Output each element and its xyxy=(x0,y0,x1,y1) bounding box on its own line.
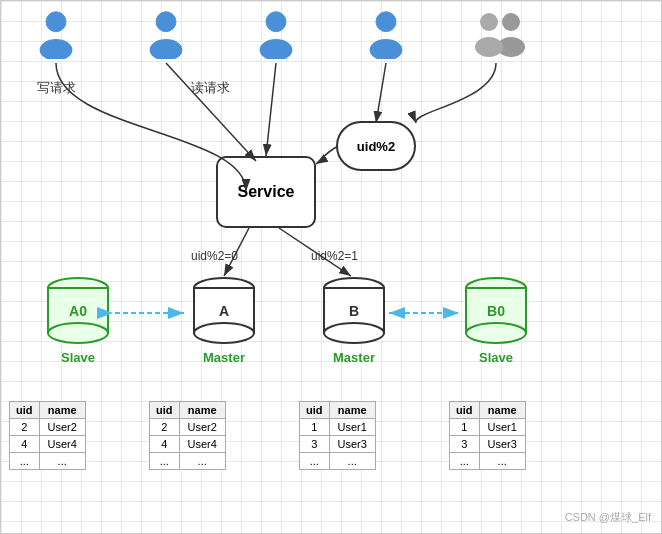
diagram-content: 写请求 读请求 uid%2 Service uid%2=0 uid%2=1 A … xyxy=(1,1,661,533)
svg-point-5 xyxy=(260,39,293,59)
user-icon-3 xyxy=(251,9,301,59)
a-slave-label: Slave xyxy=(61,350,95,365)
svg-point-7 xyxy=(370,39,403,59)
main-diagram: 写请求 读请求 uid%2 Service uid%2=0 uid%2=1 A … xyxy=(0,0,662,534)
table-row: ...... xyxy=(150,453,226,470)
table-a-slave-col-uid: uid xyxy=(10,402,40,419)
db-b-slave: B0 Slave xyxy=(461,276,531,365)
db-a-slave: A0 Slave xyxy=(43,276,113,365)
svg-point-0 xyxy=(46,12,66,32)
table-row: 1User1 xyxy=(450,419,526,436)
b-master-label: Master xyxy=(333,350,375,365)
user-icon-2 xyxy=(141,9,191,59)
write-request-label: 写请求 xyxy=(37,79,76,97)
table-a-slave-col-name: name xyxy=(39,402,85,419)
svg-point-26 xyxy=(466,323,526,343)
table-row: ...... xyxy=(450,453,526,470)
uid-mod-bubble: uid%2 xyxy=(336,121,416,171)
table-row: 4User4 xyxy=(10,436,86,453)
user-icon-4 xyxy=(361,9,411,59)
table-b-slave: uid name 1User1 3User3 ...... xyxy=(449,401,526,470)
svg-point-11 xyxy=(475,37,503,57)
svg-point-2 xyxy=(156,12,176,32)
table-b-master-col-name: name xyxy=(329,402,375,419)
svg-point-4 xyxy=(266,12,286,32)
watermark: CSDN @煤球_Elf xyxy=(565,510,651,525)
table-row: ...... xyxy=(300,453,376,470)
table-row: 3User3 xyxy=(450,436,526,453)
table-row: 2User2 xyxy=(10,419,86,436)
table-row: ...... xyxy=(10,453,86,470)
db-a-master: A Master xyxy=(189,276,259,365)
table-b-master-col-uid: uid xyxy=(300,402,330,419)
service-label: Service xyxy=(238,183,295,201)
table-a-master: uid name 2User2 4User4 ...... xyxy=(149,401,226,470)
svg-text:B0: B0 xyxy=(487,303,505,319)
uid-mod-1-label: uid%2=1 xyxy=(311,249,358,263)
uid-mod-label: uid%2 xyxy=(357,139,395,154)
table-a-slave: uid name 2User2 4User4 ...... xyxy=(9,401,86,470)
svg-point-18 xyxy=(324,323,384,343)
user-group-icon xyxy=(461,9,531,59)
table-row: 1User1 xyxy=(300,419,376,436)
table-a-master-col-uid: uid xyxy=(150,402,180,419)
svg-text:A: A xyxy=(219,303,229,319)
table-row: 3User3 xyxy=(300,436,376,453)
svg-text:B: B xyxy=(349,303,359,319)
read-request-label: 读请求 xyxy=(191,79,230,97)
table-row: 2User2 xyxy=(150,419,226,436)
svg-text:A0: A0 xyxy=(69,303,87,319)
table-b-slave-col-name: name xyxy=(479,402,525,419)
svg-point-1 xyxy=(40,39,73,59)
b-slave-label: Slave xyxy=(479,350,513,365)
user-icon-1 xyxy=(31,9,81,59)
svg-point-3 xyxy=(150,39,183,59)
table-row: 4User4 xyxy=(150,436,226,453)
svg-point-8 xyxy=(502,13,520,31)
uid-mod-0-label: uid%2=0 xyxy=(191,249,238,263)
table-b-slave-col-uid: uid xyxy=(450,402,480,419)
a-master-label: Master xyxy=(203,350,245,365)
table-b-master: uid name 1User1 3User3 ...... xyxy=(299,401,376,470)
table-a-master-col-name: name xyxy=(179,402,225,419)
svg-point-22 xyxy=(48,323,108,343)
svg-point-6 xyxy=(376,12,396,32)
service-box: Service xyxy=(216,156,316,228)
db-b-master: B Master xyxy=(319,276,389,365)
svg-point-10 xyxy=(480,13,498,31)
svg-point-14 xyxy=(194,323,254,343)
